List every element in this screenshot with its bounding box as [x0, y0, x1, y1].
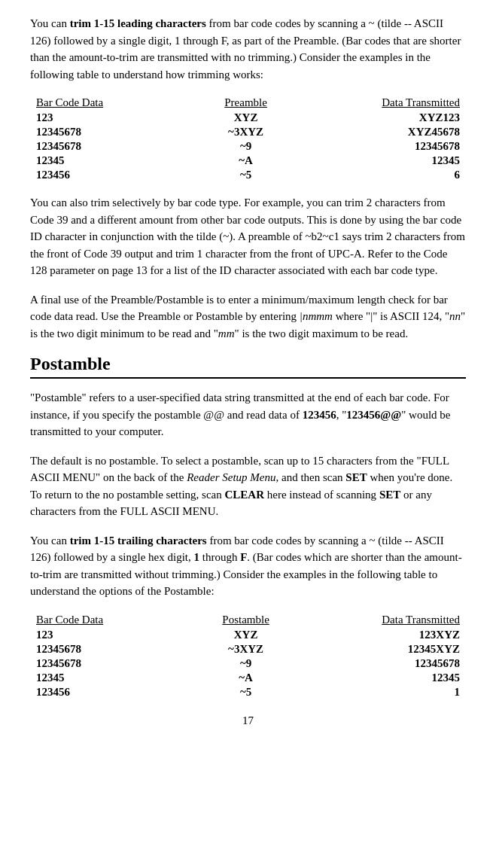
postamble-postamble-cell: ~A	[174, 671, 318, 685]
preamble-barcode-cell: 123456	[30, 168, 174, 182]
preamble-table-row: 123XYZXYZ123	[30, 111, 466, 125]
preamble-table-row: 12345678~912345678	[30, 139, 466, 154]
trim-trailing-bold: trim 1-15 trailing characters	[70, 535, 207, 547]
preamble-barcode-cell: 12345	[30, 154, 174, 168]
postamble-example-barcode: 123456	[303, 409, 336, 421]
postamble-example-transmitted: 123456@@	[346, 409, 401, 421]
middle-paragraph-2: A final use of the Preamble/Postamble is…	[30, 291, 466, 343]
postamble-table-header-postamble: Postamble	[174, 612, 318, 628]
f-bold: F	[240, 551, 247, 563]
postamble-transmitted-cell: 123XYZ	[318, 628, 466, 642]
one-bold: 1	[193, 551, 199, 563]
preamble-table-header-transmitted: Data Transmitted	[318, 95, 466, 111]
postamble-paragraph-2: The default is no postamble. To select a…	[30, 452, 466, 520]
postamble-paragraph-1: "Postamble" refers to a user-specified d…	[30, 389, 466, 440]
page-number: 17	[30, 714, 466, 727]
preamble-preamble-cell: ~9	[174, 139, 318, 154]
postamble-barcode-cell: 12345678	[30, 642, 174, 656]
preamble-transmitted-cell: XYZ45678	[318, 125, 466, 139]
trim-bold: trim 1-15 leading characters	[70, 17, 206, 29]
postamble-table-header-barcode: Bar Code Data	[30, 612, 174, 628]
postamble-postamble-cell: ~9	[174, 656, 318, 671]
postamble-postamble-cell: ~5	[174, 685, 318, 699]
mm-italic: mm	[218, 327, 235, 340]
preamble-transmitted-cell: 6	[318, 168, 466, 182]
postamble-table-row: 123456~51	[30, 685, 466, 699]
preamble-preamble-cell: ~5	[174, 168, 318, 182]
postamble-postamble-cell: XYZ	[174, 628, 318, 642]
preamble-table-row: 12345678~3XYZXYZ45678	[30, 125, 466, 139]
postamble-transmitted-cell: 12345XYZ	[318, 642, 466, 656]
postamble-table-row: 12345~A12345	[30, 671, 466, 685]
reader-setup-menu-italic: Reader Setup Menu	[187, 471, 275, 483]
postamble-postamble-cell: ~3XYZ	[174, 642, 318, 656]
preamble-preamble-cell: ~3XYZ	[174, 125, 318, 139]
postamble-transmitted-cell: 12345	[318, 671, 466, 685]
preamble-barcode-cell: 12345678	[30, 125, 174, 139]
preamble-table-header-barcode: Bar Code Data	[30, 95, 174, 111]
postamble-transmitted-cell: 12345678	[318, 656, 466, 671]
postamble-transmitted-cell: 1	[318, 685, 466, 699]
postamble-barcode-cell: 123456	[30, 685, 174, 699]
preamble-transmitted-cell: 12345	[318, 154, 466, 168]
intro-paragraph: You can trim 1-15 leading characters fro…	[30, 15, 466, 83]
middle-paragraph-1: You can also trim selectively by bar cod…	[30, 194, 466, 279]
preamble-transmitted-cell: 12345678	[318, 139, 466, 154]
postamble-barcode-cell: 12345	[30, 671, 174, 685]
preamble-preamble-cell: ~A	[174, 154, 318, 168]
postamble-table: Bar Code Data Postamble Data Transmitted…	[30, 612, 466, 699]
clear-bold: CLEAR	[224, 489, 264, 501]
pipe-italic: |nmmm	[300, 310, 333, 322]
set-bold-1: SET	[345, 471, 367, 483]
postamble-table-wrapper: Bar Code Data Postamble Data Transmitted…	[30, 612, 466, 699]
postamble-barcode-cell: 12345678	[30, 656, 174, 671]
preamble-barcode-cell: 12345678	[30, 139, 174, 154]
postamble-table-header-transmitted: Data Transmitted	[318, 612, 466, 628]
preamble-table-header-preamble: Preamble	[174, 95, 318, 111]
preamble-barcode-cell: 123	[30, 111, 174, 125]
postamble-paragraph-3: You can trim 1-15 trailing characters fr…	[30, 532, 466, 600]
postamble-barcode-cell: 123	[30, 628, 174, 642]
preamble-table-row: 12345~A12345	[30, 154, 466, 168]
preamble-preamble-cell: XYZ	[174, 111, 318, 125]
preamble-table-row: 123456~56	[30, 168, 466, 182]
nn-italic: nn	[449, 310, 461, 322]
set-bold-2: SET	[379, 489, 400, 501]
postamble-heading: Postamble	[30, 354, 466, 379]
postamble-table-row: 12345678~3XYZ12345XYZ	[30, 642, 466, 656]
preamble-table: Bar Code Data Preamble Data Transmitted …	[30, 95, 466, 182]
preamble-transmitted-cell: XYZ123	[318, 111, 466, 125]
postamble-table-row: 123XYZ123XYZ	[30, 628, 466, 642]
postamble-table-row: 12345678~912345678	[30, 656, 466, 671]
preamble-table-wrapper: Bar Code Data Preamble Data Transmitted …	[30, 95, 466, 182]
